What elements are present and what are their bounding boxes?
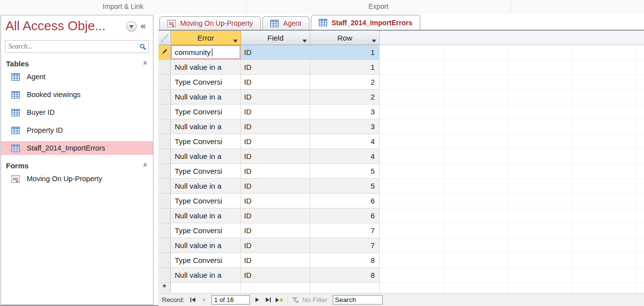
field-cell[interactable]: ID	[241, 75, 310, 90]
error-cell[interactable]: Null value in a	[171, 60, 241, 75]
row-selector[interactable]	[158, 194, 171, 208]
new-record-button[interactable]	[274, 295, 285, 305]
error-cell[interactable]: Type Conversi	[171, 164, 241, 179]
tab-agent[interactable]: Agent	[262, 16, 309, 30]
search-icon[interactable]	[139, 43, 148, 51]
row-number-cell[interactable]: 5	[310, 164, 380, 179]
tab-staff-2014-importerrors[interactable]: Staff_2014_ImportErrors	[311, 15, 420, 30]
error-cell[interactable]: Null value in a	[171, 208, 241, 223]
row-selector[interactable]	[158, 268, 171, 283]
error-cell[interactable]: Null value in a	[171, 119, 241, 134]
row-number-cell[interactable]: 1	[310, 45, 380, 60]
row-selector[interactable]	[158, 208, 171, 223]
first-record-button[interactable]	[188, 295, 198, 305]
error-cell[interactable]: Type Conversi	[171, 104, 241, 119]
previous-record-button[interactable]	[198, 295, 209, 305]
field-cell[interactable]: ID	[241, 253, 310, 268]
row-selector[interactable]	[158, 179, 171, 194]
row-number-cell[interactable]: 8	[310, 268, 380, 283]
error-cell[interactable]: Type Conversi	[171, 75, 241, 90]
new-record-cell[interactable]	[241, 283, 310, 293]
error-cell[interactable]: Type Conversi	[171, 194, 241, 208]
error-cell[interactable]: Null value in a	[171, 238, 241, 253]
column-dropdown-icon[interactable]	[302, 36, 307, 44]
row-selector[interactable]	[158, 223, 171, 238]
column-header-row[interactable]: Row	[310, 31, 380, 45]
error-cell[interactable]: Null value in a	[171, 268, 241, 283]
row-selector[interactable]	[158, 60, 171, 75]
sidebar-item-buyer-id[interactable]: Buyer ID	[1, 105, 153, 119]
collapse-group-icon[interactable]: »	[140, 163, 149, 167]
row-selector[interactable]	[158, 75, 171, 90]
field-cell[interactable]: ID	[241, 134, 310, 149]
column-dropdown-icon[interactable]	[372, 36, 376, 44]
row-number-cell[interactable]: 4	[310, 134, 380, 149]
row-selector[interactable]	[158, 119, 171, 134]
error-cell[interactable]: Type Conversi	[171, 253, 241, 268]
shutter-bar-collapse-button[interactable]: «	[141, 20, 146, 31]
error-cell-editing[interactable]: community	[171, 45, 241, 60]
error-cell[interactable]: Type Conversi	[171, 134, 241, 149]
field-cell[interactable]: ID	[241, 45, 310, 60]
row-number-cell[interactable]: 5	[310, 179, 380, 194]
column-header-error[interactable]: Error	[171, 31, 241, 45]
sidebar-item-booked-viewings[interactable]: Booked viewings	[1, 88, 153, 102]
field-cell[interactable]: ID	[241, 268, 310, 283]
row-number-cell[interactable]: 3	[310, 119, 380, 134]
select-all-corner[interactable]	[158, 31, 171, 45]
sidebar-item-agent[interactable]: Agent	[1, 70, 153, 84]
row-selector[interactable]	[158, 164, 171, 179]
row-selector[interactable]	[158, 238, 171, 253]
row-number-cell[interactable]: 3	[310, 104, 380, 119]
row-number-cell[interactable]: 4	[310, 149, 380, 164]
field-cell[interactable]: ID	[241, 149, 310, 164]
new-record-selector[interactable]: *	[158, 283, 171, 293]
record-search-input[interactable]	[333, 295, 383, 305]
row-selector[interactable]	[158, 90, 171, 104]
row-number-cell[interactable]: 6	[310, 194, 380, 208]
field-cell[interactable]: ID	[241, 104, 310, 119]
row-number-cell[interactable]: 1	[310, 60, 380, 75]
row-selector[interactable]	[158, 149, 171, 164]
sidebar-group-header-forms[interactable]: Forms»	[1, 159, 153, 172]
row-number-cell[interactable]: 2	[310, 75, 380, 90]
current-record-box[interactable]: 1 of 16	[211, 295, 250, 305]
sidebar-item-moving-on-up-property[interactable]: Moving On Up-Property	[1, 172, 153, 186]
field-cell[interactable]: ID	[241, 238, 310, 253]
error-cell[interactable]: Null value in a	[171, 179, 241, 194]
row-number-cell[interactable]: 7	[310, 223, 380, 238]
last-record-button[interactable]	[263, 295, 274, 305]
field-cell[interactable]: ID	[241, 208, 310, 223]
row-number-cell[interactable]: 2	[310, 90, 380, 104]
sidebar-item-property-id[interactable]: Property ID	[1, 123, 153, 137]
next-record-button[interactable]	[252, 295, 263, 305]
new-record-cell[interactable]	[171, 283, 241, 293]
sidebar-item-staff-2014-importerrors[interactable]: Staff_2014_ImportErrors	[1, 141, 153, 155]
column-header-field[interactable]: Field	[241, 31, 310, 45]
field-cell[interactable]: ID	[241, 90, 310, 104]
column-dropdown-icon[interactable]	[233, 36, 238, 44]
field-cell[interactable]: ID	[241, 194, 310, 208]
new-record-cell[interactable]	[310, 283, 380, 293]
error-cell[interactable]: Null value in a	[171, 149, 241, 164]
filter-indicator[interactable]: No Filter	[291, 296, 328, 304]
navigation-search-input[interactable]	[5, 41, 140, 52]
row-selector[interactable]	[158, 134, 171, 149]
collapse-group-icon[interactable]: »	[140, 61, 149, 65]
sidebar-group-header-tables[interactable]: Tables»	[1, 57, 153, 70]
error-cell[interactable]: Type Conversi	[171, 223, 241, 238]
row-number-cell[interactable]: 6	[310, 208, 380, 223]
row-selector[interactable]	[158, 253, 171, 268]
field-cell[interactable]: ID	[241, 223, 310, 238]
row-number-cell[interactable]: 7	[310, 238, 380, 253]
navigation-pane-menu-button[interactable]	[126, 21, 137, 32]
row-selector[interactable]	[158, 104, 171, 119]
field-cell[interactable]: ID	[241, 179, 310, 194]
field-cell[interactable]: ID	[241, 60, 310, 75]
field-cell[interactable]: ID	[241, 164, 310, 179]
tab-moving-on-up-property[interactable]: Moving On Up-Property	[159, 16, 261, 30]
row-number-cell[interactable]: 8	[310, 253, 380, 268]
new-record-row[interactable]: *	[158, 283, 644, 293]
error-cell[interactable]: Null value in a	[171, 90, 241, 104]
row-selector-editing[interactable]	[158, 45, 171, 60]
